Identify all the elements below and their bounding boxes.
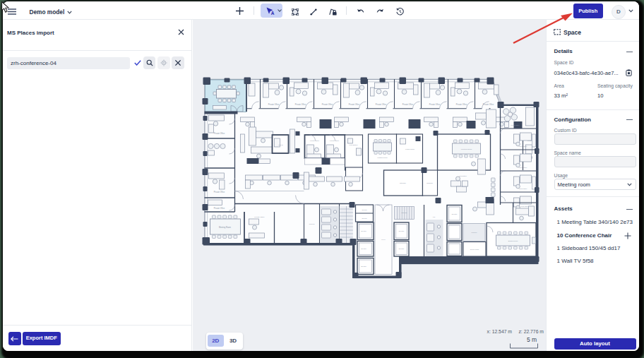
svg-text:Focus Office: Focus Office xyxy=(519,188,527,189)
svg-text:Elevator: Elevator xyxy=(399,230,405,232)
svg-text:Meeting Room: Meeting Room xyxy=(461,148,472,150)
svg-text:Private Office: Private Office xyxy=(254,216,265,218)
svg-text:Private Office: Private Office xyxy=(429,103,441,106)
svg-text:Private Office: Private Office xyxy=(376,103,387,106)
svg-text:Elevator: Elevator xyxy=(361,248,366,249)
svg-text:Servers: Servers xyxy=(362,217,366,219)
svg-text:Storage: Storage xyxy=(400,182,406,184)
svg-text:Focus Office: Focus Office xyxy=(519,145,527,147)
svg-text:Private Office: Private Office xyxy=(295,103,306,106)
svg-text:Private Office: Private Office xyxy=(214,191,225,193)
svg-text:Focus Room: Focus Room xyxy=(405,148,415,150)
svg-text:Focus: Focus xyxy=(278,144,283,145)
svg-text:WC: WC xyxy=(433,216,436,217)
svg-text:Private Office: Private Office xyxy=(456,103,467,106)
svg-text:Print Station: Print Station xyxy=(350,144,359,145)
svg-text:Focus Office: Focus Office xyxy=(519,167,527,168)
svg-text:Meeting Room: Meeting Room xyxy=(219,226,231,229)
svg-text:Waiting Room: Waiting Room xyxy=(377,157,387,158)
svg-text:Private Office: Private Office xyxy=(268,103,280,106)
svg-text:Focus Office: Focus Office xyxy=(310,140,320,141)
svg-text:Servers: Servers xyxy=(362,209,366,210)
svg-text:Private Office: Private Office xyxy=(214,207,225,210)
svg-text:Focus Office: Focus Office xyxy=(330,140,340,141)
svg-text:Private Office: Private Office xyxy=(483,103,494,106)
svg-text:Private Office: Private Office xyxy=(214,132,225,135)
svg-text:Corridor: Corridor xyxy=(472,232,477,233)
svg-text:Service Room: Service Room xyxy=(470,249,479,250)
svg-text:Private Office: Private Office xyxy=(349,103,360,106)
svg-text:Elevator: Elevator xyxy=(399,248,405,249)
svg-text:Lockers: Lockers xyxy=(309,223,316,225)
svg-text:Reception: Reception xyxy=(459,175,467,177)
svg-text:Wardrobe: Wardrobe xyxy=(427,182,434,184)
svg-text:Private Office: Private Office xyxy=(322,103,333,106)
svg-text:Focus Office: Focus Office xyxy=(511,124,520,126)
svg-text:Staircase: Staircase xyxy=(401,212,407,213)
svg-text:Elevator: Elevator xyxy=(452,213,458,215)
svg-text:Elevator: Elevator xyxy=(361,230,366,232)
svg-text:Private Office: Private Office xyxy=(402,103,414,106)
svg-text:Board Room: Board Room xyxy=(508,240,518,242)
svg-text:Elevator: Elevator xyxy=(361,265,366,267)
svg-text:Focus Office: Focus Office xyxy=(520,205,529,207)
svg-text:Foyer: Foyer xyxy=(381,239,386,240)
svg-text:A: A xyxy=(270,11,274,15)
